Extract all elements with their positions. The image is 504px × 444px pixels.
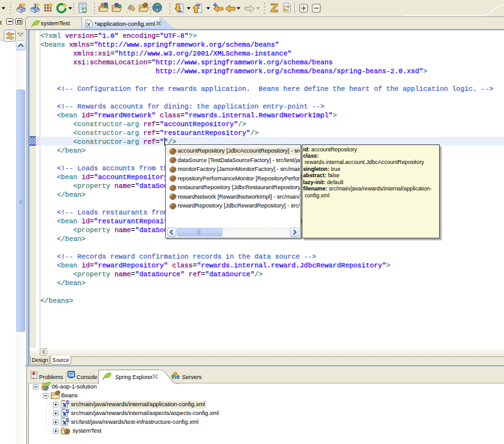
svg-text:J: J bbox=[33, 3, 37, 10]
svg-text:X: X bbox=[87, 21, 91, 28]
svg-text:S: S bbox=[66, 418, 69, 423]
svg-text:S: S bbox=[66, 400, 69, 406]
svg-text:A: A bbox=[18, 3, 23, 10]
svg-text:S: S bbox=[66, 409, 69, 414]
